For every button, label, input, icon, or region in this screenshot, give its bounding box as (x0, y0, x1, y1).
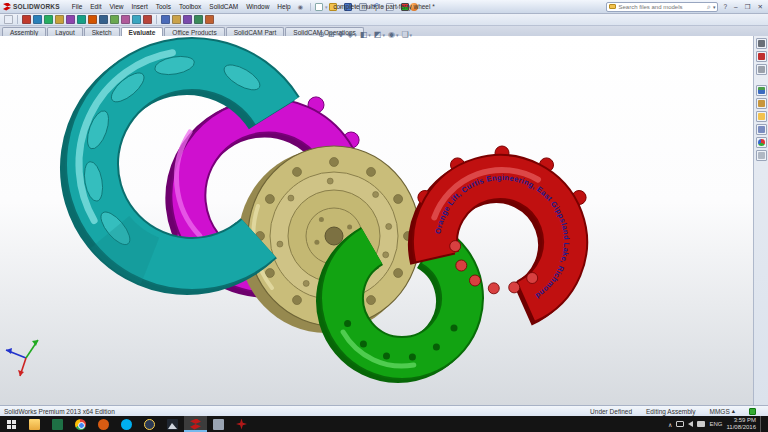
design-library-icon[interactable] (756, 98, 767, 109)
system-tray: ∧ ENG 3:59 PM 11/08/2016 (668, 416, 768, 432)
menu-insert[interactable]: Insert (127, 2, 151, 11)
section-properties-icon[interactable] (77, 15, 86, 24)
view-palette-icon[interactable] (756, 124, 767, 135)
tab-assembly[interactable]: Assembly (2, 27, 46, 36)
motion-study-icon[interactable] (172, 15, 181, 24)
performance-evaluation-icon[interactable] (110, 15, 119, 24)
hole-alignment-icon[interactable] (44, 15, 53, 24)
tab-office-products[interactable]: Office Products (164, 27, 224, 36)
edit-appearance-hud-icon[interactable]: ◉▾ (388, 30, 399, 39)
search-scope-folder-icon[interactable] (609, 4, 616, 9)
hide-show-items-icon[interactable]: ◩▾ (374, 30, 385, 39)
view-orientation-icon[interactable]: ◈▾ (347, 30, 357, 39)
command-toolbar (0, 14, 768, 26)
select-tool-icon[interactable] (4, 15, 13, 24)
assembly-visualization-icon[interactable] (99, 15, 108, 24)
zoom-to-fit-icon[interactable]: ⊕ (318, 30, 325, 39)
graphics-area[interactable]: ⊕ ⊞ ✥ ◈▾ ◧▾ ◩▾ ◉▾ ❏▾ (0, 36, 768, 405)
excel-taskbar-icon[interactable] (46, 416, 69, 432)
apply-scene-icon[interactable]: ❏▾ (401, 30, 412, 39)
search-input[interactable] (618, 4, 705, 10)
menu-pin-icon[interactable]: ◉ (298, 3, 303, 10)
solidworks-logo-icon (3, 3, 11, 11)
units-selector[interactable]: MMGS▴ (710, 407, 736, 415)
camera-icon[interactable] (756, 38, 767, 49)
menu-view[interactable]: View (105, 2, 127, 11)
quick-tips-icon[interactable] (749, 408, 756, 415)
user-red-icon[interactable] (756, 51, 767, 62)
zebra-stripes-icon[interactable] (132, 15, 141, 24)
network-icon[interactable] (676, 421, 684, 427)
menu-solidcam[interactable]: SolidCAM (205, 2, 242, 11)
file-explorer-icon[interactable] (756, 111, 767, 122)
menu-bar: File Edit View Insert Tools Toolbox Soli… (68, 2, 295, 11)
solidworks-taskbar-icon[interactable] (184, 416, 207, 432)
photos-taskbar-icon[interactable] (161, 416, 184, 432)
title-bar: SOLIDWORKS File Edit View Insert Tools T… (0, 0, 768, 14)
sustainability-icon[interactable] (205, 15, 214, 24)
pan-icon[interactable]: ✥ (337, 30, 344, 39)
solidworks-logo-text: SOLIDWORKS (13, 3, 60, 10)
user-gray-icon[interactable] (756, 64, 767, 75)
curvature-icon[interactable] (121, 15, 130, 24)
minimize-button[interactable]: – (732, 3, 740, 10)
mass-properties-icon[interactable] (66, 15, 75, 24)
display-style-icon[interactable]: ◧▾ (360, 30, 371, 39)
chrome-taskbar-icon[interactable] (69, 416, 92, 432)
search-box[interactable]: ⌕ ▾ (606, 2, 718, 12)
tab-solidcam-part[interactable]: SolidCAM Part (226, 27, 285, 36)
sensor-icon[interactable] (88, 15, 97, 24)
appearances-icon[interactable] (756, 137, 767, 148)
taskbar-clock[interactable]: 3:59 PM 11/08/2016 (726, 417, 756, 431)
search-dropdown-icon[interactable]: ▾ (713, 4, 716, 10)
skype-taskbar-icon[interactable] (115, 416, 138, 432)
menu-window[interactable]: Window (242, 2, 273, 11)
keyboard-icon[interactable] (697, 421, 705, 427)
measure-tool-icon[interactable] (55, 15, 64, 24)
document-title: complete multiple part ferry wheel * (333, 3, 435, 10)
windows-taskbar: ∧ ENG 3:59 PM 11/08/2016 (0, 416, 768, 432)
clearance-verification-icon[interactable] (33, 15, 42, 24)
tray-chevron-icon[interactable]: ∧ (668, 421, 672, 428)
custom-properties-icon[interactable] (756, 150, 767, 161)
task-pane (753, 36, 768, 405)
interference-detection-icon[interactable] (22, 15, 31, 24)
editing-mode-label: Editing Assembly (646, 408, 696, 415)
menu-file[interactable]: File (68, 2, 86, 11)
zoom-to-area-icon[interactable]: ⊞ (328, 30, 335, 39)
search-icon[interactable]: ⌕ (707, 3, 711, 11)
restore-button[interactable]: ❐ (743, 3, 753, 11)
word-taskbar-icon[interactable] (207, 416, 230, 432)
speaker-icon[interactable] (688, 421, 693, 427)
draft-analysis-icon[interactable] (143, 15, 152, 24)
tab-sketch[interactable]: Sketch (84, 27, 120, 36)
menu-help[interactable]: Help (273, 2, 294, 11)
product-edition-label: SolidWorks Premium 2013 x64 Edition (4, 408, 115, 415)
menu-tools[interactable]: Tools (152, 2, 175, 11)
titlebar-right: ⌕ ▾ ? – ❐ ✕ (606, 2, 765, 12)
menu-edit[interactable]: Edit (86, 2, 105, 11)
clock-date: 11/08/2016 (726, 424, 756, 431)
menu-toolbox[interactable]: Toolbox (175, 2, 205, 11)
tab-evaluate[interactable]: Evaluate (121, 27, 164, 36)
pinwheel-app-taskbar-icon[interactable] (230, 416, 253, 432)
assembly-model: Orange Lift, Curtis Engineering, East Gi… (0, 36, 752, 405)
units-dropdown-icon: ▴ (732, 407, 735, 415)
outlook-taskbar-icon[interactable] (92, 416, 115, 432)
flow-simulation-icon[interactable] (183, 15, 192, 24)
solidworks-window: SOLIDWORKS File Edit View Insert Tools T… (0, 0, 768, 432)
solidworks-resources-icon[interactable] (756, 85, 767, 96)
help-button[interactable]: ? (721, 3, 729, 10)
language-indicator[interactable]: ENG (709, 421, 722, 427)
costing-icon[interactable] (194, 15, 203, 24)
tab-layout[interactable]: Layout (47, 27, 83, 36)
close-button[interactable]: ✕ (756, 3, 765, 11)
simulation-icon[interactable] (161, 15, 170, 24)
file-explorer-taskbar-icon[interactable] (23, 416, 46, 432)
dropdown-arrow: ▾ (325, 4, 328, 10)
new-document-icon[interactable] (315, 3, 323, 11)
clock-time: 3:59 PM (726, 417, 756, 424)
show-desktop-button[interactable] (760, 416, 764, 432)
norton-taskbar-icon[interactable] (138, 416, 161, 432)
start-button[interactable] (0, 416, 23, 432)
